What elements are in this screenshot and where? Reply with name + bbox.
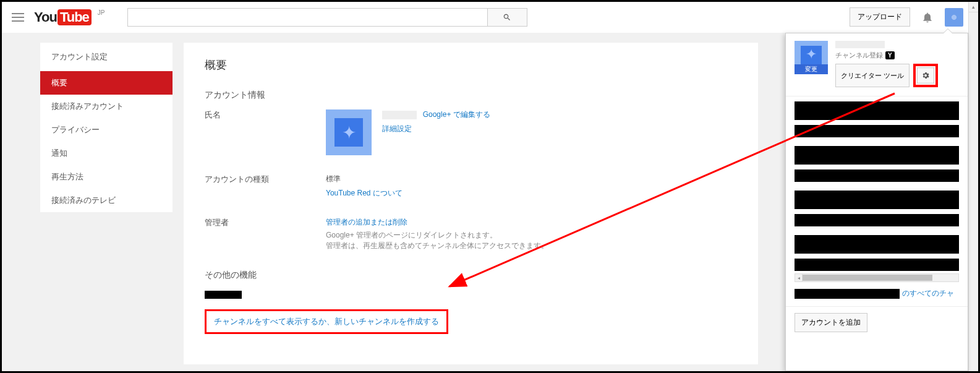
redacted-email — [795, 289, 900, 299]
account-type-value: 標準 — [326, 174, 737, 184]
section-account-info: アカウント情報 — [205, 90, 737, 101]
youtube-badge: Y — [885, 51, 895, 59]
region-label: JP — [98, 9, 105, 16]
advanced-settings-link[interactable]: 詳細設定 — [382, 124, 412, 133]
settings-gear-button[interactable] — [917, 67, 934, 84]
youtube-logo[interactable]: YouTube — [34, 9, 92, 25]
page-scrollbar[interactable] — [968, 2, 978, 371]
header: YouTube JP アップロード ✦ — [2, 2, 978, 33]
upload-button[interactable]: アップロード — [850, 7, 910, 27]
panel-avatar[interactable]: ✦ 変更 — [795, 41, 828, 74]
redacted-account-4[interactable] — [795, 235, 959, 254]
main-content: 概要 アカウント情報 氏名 ✦ Google+ で編集する 詳細設定 — [184, 43, 758, 364]
redacted-account-2b[interactable] — [795, 169, 959, 182]
search-button[interactable] — [488, 8, 527, 27]
subscribers-label: チャンネル登録 — [835, 51, 883, 60]
page-title: 概要 — [205, 58, 737, 72]
panel-horizontal-scrollbar[interactable]: ◂ — [795, 273, 959, 282]
section-other-features: その他の機能 — [205, 270, 737, 281]
name-label: 氏名 — [205, 109, 326, 155]
channel-avatar: ✦ — [326, 109, 372, 155]
notifications-icon[interactable] — [921, 11, 934, 24]
redacted-name — [382, 111, 417, 119]
gear-icon — [921, 71, 930, 80]
change-avatar-button[interactable]: 変更 — [795, 64, 828, 74]
redacted-account-2[interactable] — [795, 146, 959, 165]
sidebar-item-privacy[interactable]: プライバシー — [40, 118, 173, 142]
redacted-account-1[interactable] — [795, 101, 959, 120]
popover-caret — [943, 28, 953, 33]
guide-menu-button[interactable] — [12, 13, 24, 22]
highlight-box-channel-link: チャンネルをすべて表示するか、新しいチャンネルを作成する — [205, 309, 448, 334]
account-switcher-panel: ✦ 変更 チャンネル登録 Y クリエイター ツール — [785, 33, 968, 371]
scroll-left-arrow[interactable]: ◂ — [795, 274, 803, 281]
account-avatar[interactable]: ✦ — [945, 8, 963, 27]
add-account-button[interactable]: アカウントを追加 — [795, 313, 867, 332]
account-type-label: アカウントの種類 — [205, 174, 326, 199]
admin-label: 管理者 — [205, 217, 326, 251]
redacted-account-3[interactable] — [795, 191, 959, 209]
search-icon — [503, 13, 511, 22]
redacted-account-4b[interactable] — [795, 259, 959, 271]
admin-add-remove-link[interactable]: 管理者の追加または削除 — [326, 218, 407, 226]
redacted-account-1b[interactable] — [795, 125, 959, 137]
admin-desc-1: Google+ 管理者のページにリダイレクトされます。 — [326, 230, 737, 241]
sidebar-item-playback[interactable]: 再生方法 — [40, 165, 173, 189]
settings-sidebar: アカウント設定 概要 接続済みアカウント プライバシー 通知 再生方法 接続済み… — [40, 43, 173, 212]
search-input[interactable] — [127, 8, 488, 27]
sidebar-item-overview[interactable]: 概要 — [40, 71, 173, 95]
sidebar-item-notifications[interactable]: 通知 — [40, 142, 173, 165]
view-all-channels-link[interactable]: チャンネルをすべて表示するか、新しいチャンネルを作成する — [214, 317, 439, 326]
scroll-thumb[interactable] — [803, 275, 932, 281]
all-channels-link[interactable]: のすべてのチャ — [902, 288, 954, 299]
sidebar-item-connected-accounts[interactable]: 接続済みアカウント — [40, 95, 173, 118]
highlight-box-settings-gear — [913, 64, 938, 87]
admin-desc-2: 管理者は、再生履歴も含めてチャンネル全体にアクセスできます。 — [326, 241, 737, 251]
redacted-channel-name — [835, 41, 885, 48]
creator-studio-button[interactable]: クリエイター ツール — [835, 64, 910, 87]
redacted-link — [205, 291, 242, 299]
sidebar-title: アカウント設定 — [40, 43, 173, 71]
youtube-red-link[interactable]: YouTube Red について — [326, 189, 403, 197]
redacted-account-3b[interactable] — [795, 214, 959, 226]
edit-on-gplus-link[interactable]: Google+ で編集する — [423, 110, 490, 119]
sidebar-item-connected-tv[interactable]: 接続済みのテレビ — [40, 189, 173, 212]
